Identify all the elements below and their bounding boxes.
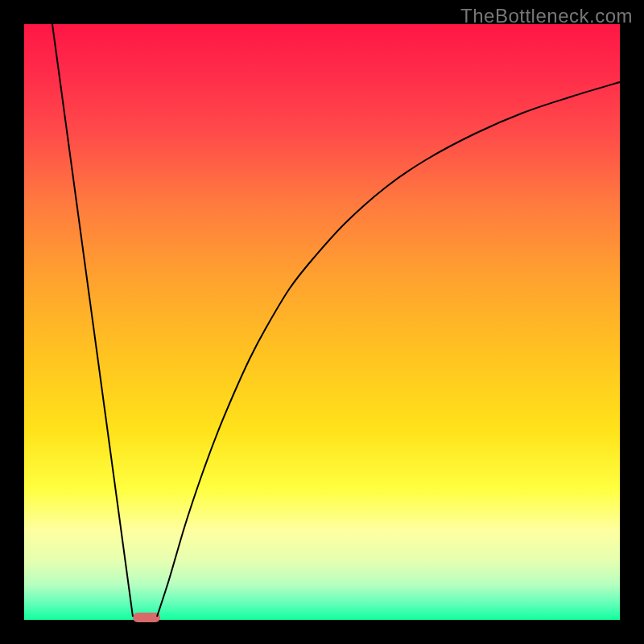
- watermark-label: TheBottleneck.com: [460, 5, 633, 27]
- chart-curve: [24, 24, 620, 620]
- chart-plot-area: [24, 24, 620, 620]
